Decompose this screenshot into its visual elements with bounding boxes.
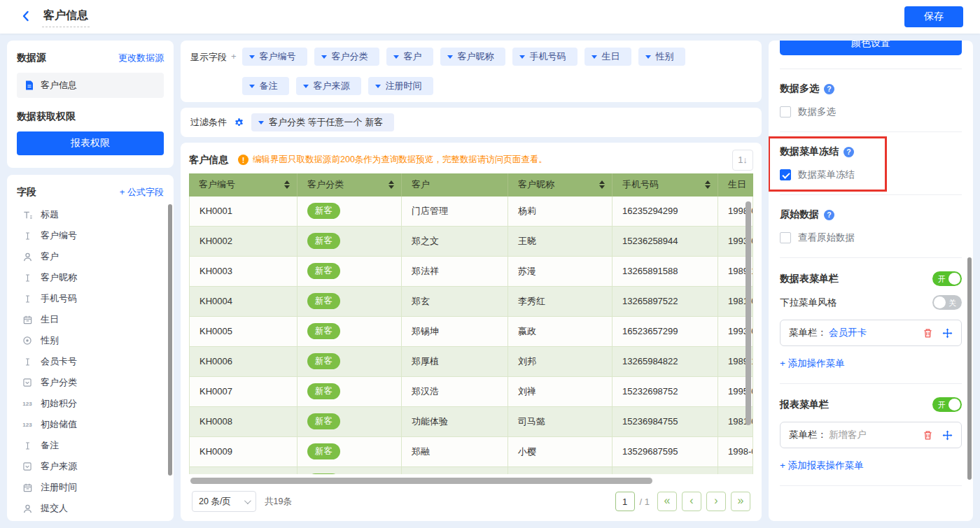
menu-item-value[interactable]: 会员开卡 — [829, 327, 867, 339]
field-item[interactable]: 客户昵称 — [17, 267, 164, 288]
toggle-knob — [934, 297, 946, 308]
display-field-chip[interactable]: 备注 — [242, 77, 289, 95]
display-field-chip[interactable]: 注册时间 — [368, 77, 433, 95]
move-icon[interactable] — [942, 430, 953, 441]
cell-customer: 门店管理 — [402, 197, 508, 226]
last-page-button[interactable]: » — [731, 492, 750, 511]
menu-item-row[interactable]: 菜单栏： 会员开卡 — [780, 320, 962, 346]
field-item[interactable]: 客户 — [17, 246, 164, 267]
field-item[interactable]: 客户编号 — [17, 225, 164, 246]
sort-arrows-icon[interactable] — [705, 180, 710, 189]
delete-icon[interactable] — [923, 430, 933, 441]
category-badge: 新客 — [307, 203, 340, 219]
filter-condition-chip[interactable]: 客户分类 等于任意一个 新客 — [251, 113, 394, 131]
menu-item-row[interactable]: 菜单栏： 新增客户 — [780, 422, 962, 448]
display-field-chip[interactable]: 性别 — [638, 48, 685, 66]
field-label: 初始储值 — [41, 418, 77, 431]
settings-scrollbar[interactable] — [967, 257, 972, 480]
help-icon[interactable]: ? — [824, 84, 834, 94]
column-label: 客户昵称 — [518, 178, 554, 191]
help-icon[interactable]: ? — [824, 210, 834, 220]
display-field-chip[interactable]: 手机号码 — [512, 48, 578, 66]
move-icon[interactable] — [942, 328, 953, 338]
chevron-down-icon — [303, 85, 309, 88]
display-field-chip[interactable]: 客户编号 — [242, 48, 307, 66]
first-page-button[interactable]: « — [657, 492, 677, 511]
table-header-cell[interactable]: 客户昵称 — [508, 173, 612, 197]
prev-page-button[interactable]: ‹ — [682, 492, 701, 511]
toggle-knob — [948, 273, 960, 285]
cell-category: 新客 — [298, 347, 402, 376]
fields-scrollbar[interactable] — [168, 204, 172, 476]
field-item[interactable]: 客户分类 — [17, 372, 164, 393]
report-menu-toggle[interactable]: 开 — [932, 397, 962, 412]
page-title-wrap[interactable]: 客户信息 — [42, 7, 90, 27]
add-action-menu-link[interactable]: + 添加操作菜单 — [780, 357, 845, 370]
save-button[interactable]: 保存 — [904, 6, 963, 27]
raw-data-section: 原始数据 ? 查看原始数据 — [780, 208, 962, 244]
display-field-chip[interactable]: 生日 — [584, 48, 631, 66]
field-item[interactable]: 手机号码 — [17, 288, 164, 309]
chevron-down-icon — [519, 55, 525, 59]
field-item[interactable]: 123 初始储值 — [17, 414, 164, 435]
display-field-chip[interactable]: 客户昵称 — [440, 48, 505, 66]
cell-nickname: 苏漫 — [508, 257, 612, 286]
current-page-input[interactable]: 1 — [615, 492, 635, 511]
delete-icon[interactable] — [923, 328, 933, 338]
dropdown-style-toggle[interactable]: 关 — [932, 295, 962, 310]
formula-field-link[interactable]: + 公式字段 — [120, 186, 164, 199]
menu-freeze-checkbox[interactable] — [780, 169, 791, 180]
multi-select-checkbox[interactable] — [780, 106, 791, 117]
back-button[interactable] — [17, 8, 35, 26]
cell-phone: 15236258944 — [612, 227, 718, 256]
change-datasource-link[interactable]: 更改数据源 — [118, 52, 164, 64]
table-horizontal-scrollbar[interactable] — [190, 478, 652, 484]
datasource-title: 数据源 — [17, 52, 46, 64]
help-icon[interactable]: ? — [844, 147, 854, 157]
field-item[interactable]: 备注 — [17, 435, 164, 456]
field-label: 客户昵称 — [41, 271, 77, 284]
add-report-action-menu-link[interactable]: + 添加报表操作菜单 — [780, 459, 864, 472]
field-item[interactable]: 提交人 — [17, 498, 164, 519]
display-field-chip[interactable]: 客户分类 — [314, 48, 379, 66]
sort-arrows-icon[interactable] — [388, 180, 394, 189]
table-horizontal-scroll-track — [189, 476, 753, 485]
table-header-cell[interactable]: 客户分类 — [298, 173, 402, 197]
chip-label: 客户昵称 — [458, 50, 494, 63]
table-header-cell[interactable]: 生日 — [718, 173, 753, 197]
sort-order-button[interactable]: 1↓ — [732, 150, 753, 171]
field-label: 客户分类 — [41, 376, 77, 389]
table-vertical-scrollbar[interactable] — [746, 201, 751, 425]
table-header-cell[interactable]: 客户 — [402, 173, 508, 197]
color-settings-button[interactable]: 颜色设置 — [780, 41, 962, 55]
report-permission-button[interactable]: 报表权限 — [17, 131, 164, 155]
raw-data-checkbox[interactable] — [780, 232, 791, 243]
field-item[interactable]: 会员卡号 — [17, 351, 164, 372]
table-menu-toggle[interactable]: 开 — [932, 271, 962, 286]
cell-customer: 郑法祥 — [402, 257, 508, 286]
next-page-button[interactable]: › — [706, 492, 726, 511]
field-item[interactable]: 标题 — [17, 204, 164, 225]
field-item[interactable]: 生日 — [17, 309, 164, 330]
table-header-cell[interactable]: 客户编号 — [189, 173, 298, 197]
datasource-item[interactable]: 客户信息 — [17, 73, 164, 98]
field-item[interactable]: 123 初始积分 — [17, 393, 164, 414]
display-field-chip[interactable]: 客户 — [386, 48, 433, 66]
table-header-cell[interactable]: 手机号码 — [612, 173, 718, 197]
field-item[interactable]: 注册时间 — [17, 477, 164, 498]
add-display-field-button[interactable]: + — [231, 51, 237, 64]
sort-arrows-icon[interactable] — [284, 180, 290, 189]
field-item[interactable]: 客户来源 — [17, 456, 164, 477]
sort-arrows-icon[interactable] — [599, 180, 605, 189]
chevron-down-icon — [244, 497, 251, 504]
table-title: 客户信息 — [189, 154, 228, 166]
field-item[interactable]: 性别 — [17, 330, 164, 351]
filter-gear-icon[interactable] — [234, 117, 244, 128]
center-column: 显示字段 + 客户编号 客户分类 — [181, 41, 762, 521]
calendar-icon — [21, 483, 34, 493]
page-size-select[interactable]: 20 条/页 — [192, 491, 256, 512]
display-field-chip[interactable]: 客户来源 — [296, 77, 361, 95]
field-label: 初始积分 — [41, 397, 77, 410]
table-notice: ! 编辑界面只取数据源前200条作为查询数据预览，完整数据请访问页面查看。 — [238, 154, 547, 166]
cell-customer: 郑汉浩 — [402, 377, 508, 406]
